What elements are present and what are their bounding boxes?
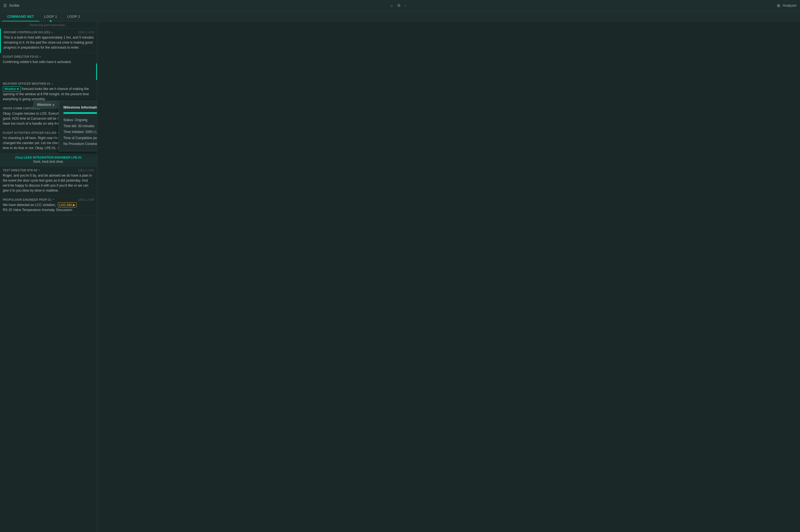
analyzer-label[interactable]: Analyzer [782,3,797,7]
message-block: GROUND CONTROLLER GO-1211 ▾ 1128 | L-9:2… [0,28,97,53]
message-time: 1105 | L-9:05 [78,198,94,201]
milestone-status-line: Status: Ongoing [63,117,97,123]
weather-tag-badge[interactable]: Weather ▶ [3,87,21,92]
message-sender: PROPULSION ENGINEER PROP-31 ▾ [3,198,54,201]
menu-icon[interactable]: ☰ [3,3,7,8]
message-block: PROPULSION ENGINEER PROP-31 ▾ 1105 | L-9… [0,196,97,216]
message-text: Roger, and you're 5 by, and be advised w… [3,173,94,193]
milestone-arrow: ▶ [53,103,55,106]
message-block: TEST DIRECTOR NTD-02 ▾ 1101 | L-9:01 Rog… [0,167,97,196]
message-sender: WEATHER OFFICER WEATHER-01 ▾ [3,82,53,85]
milestone-time-left-line: Time left: 30 minutes [63,123,97,129]
you-message-text: Sure, loud and clear. [3,160,94,164]
retrieving-bar: Retrieving past transcripts... [0,22,97,28]
app-name-label: Scribe [9,3,19,7]
milestone-constraints-line: No Procedure Constraints [63,141,97,147]
top-bar-icons: ⌕ ⚙ ‹ [391,3,406,8]
message-header: GROUND CONTROLLER GO-1211 ▾ 1128 | L-9:2… [4,31,94,34]
tab-command-net[interactable]: COMMAND NET [2,13,39,21]
lcc-tag-badge[interactable]: LCC-332 ▶ [58,203,77,208]
tabs-bar: COMMAND NET LOOP 1 LOOP 2 [0,11,800,22]
sender-chevron[interactable]: ▾ [51,82,53,85]
right-panel [97,22,800,532]
message-text: We have detected an LCC violation, LCC-3… [3,203,94,213]
analyzer-grid-icon: ⊞ [777,3,780,8]
message-text: Confirming orbiter's fuel cells have b a… [3,59,94,64]
tab-loop-1[interactable]: LOOP 1 [39,13,62,21]
lcc-badge-arrow: ▶ [73,203,75,207]
message-text: This is a built-in hold with approximate… [4,35,94,50]
message-header: TEST DIRECTOR NTD-02 ▾ 1101 | L-9:01 [3,169,94,172]
message-block: FLIGHT DIRECTOR FD-02 ▾ Confirming orbit… [0,53,97,80]
message-header: FLIGHT DIRECTOR FD-02 ▾ [3,55,94,58]
message-time: 1128 | L-9:28 [78,31,94,34]
progress-bar-teal [63,112,97,114]
sender-chevron[interactable]: ▾ [39,56,41,58]
left-panel: Retrieving past transcripts... GROUND CO… [0,22,97,532]
message-block-you: (You) LEAD INTEGRATION ENGINEER LPE-01 S… [0,154,97,167]
top-bar-left: ☰ Scribe [3,3,19,8]
you-sender-label: (You) LEAD INTEGRATION ENGINEER LPE-01 [3,156,94,159]
milestone-time-completion-line: Time of Completion (estimated): 1030 | L… [63,135,97,141]
milestone-popup-title: Milestone Information i [63,105,97,109]
message-text: Weather ▶ forecast looks like we h chanc… [3,87,94,102]
content-area: Retrieving past transcripts... GROUND CO… [0,22,800,532]
scroll-indicator [96,63,97,80]
sender-chevron[interactable]: ▾ [53,198,54,201]
message-sender: FLIGHT DIRECTOR FD-02 ▾ [3,55,41,58]
settings-icon[interactable]: ⚙ [397,3,401,8]
weather-tag-chevron: ▶ [17,87,19,91]
milestone-button[interactable]: Milestone ▶ [33,101,59,109]
message-header: WEATHER OFFICER WEATHER-01 ▾ [3,82,94,85]
message-header: PROPULSION ENGINEER PROP-31 ▾ 1105 | L-9… [3,198,94,201]
sender-chevron[interactable]: ▾ [38,169,40,172]
collapse-icon[interactable]: ‹ [405,3,406,8]
tab-loop-2[interactable]: LOOP 2 [62,13,85,21]
top-bar: ☰ Scribe ⌕ ⚙ ‹ ⊞ Analyzer [0,0,800,11]
top-bar-right: ⊞ Analyzer [777,3,797,8]
milestone-time-initiated-line: Time Initiated: 1000 | L-8:00 [63,129,97,135]
message-sender: TEST DIRECTOR NTD-02 ▾ [3,169,40,172]
message-time: 1101 | L-9:01 [78,169,94,172]
milestone-popup: Milestone Information i Status: Ongoing … [59,101,97,151]
progress-bar [63,112,97,114]
milestone-area: Milestone ▶ Milestone Information i Stat… [33,101,97,151]
search-icon[interactable]: ⌕ [391,3,393,8]
message-sender: GROUND CONTROLLER GO-1211 ▾ [4,31,53,34]
sender-chevron[interactable]: ▾ [51,31,53,34]
